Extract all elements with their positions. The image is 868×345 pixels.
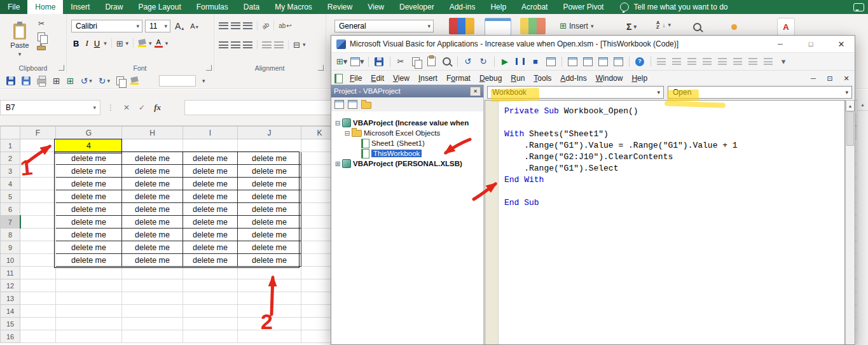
tell-me[interactable]: Tell me what you want to do	[620, 0, 727, 14]
cell-J2[interactable]: delete me	[238, 152, 301, 165]
insert-function-button[interactable]: fx	[154, 102, 161, 113]
table-button[interactable]: ⊞	[53, 76, 60, 86]
column-header-H[interactable]: H	[122, 127, 183, 139]
cell-I15[interactable]	[183, 318, 238, 330]
cell-F9[interactable]	[20, 241, 56, 254]
vba-menu-edit[interactable]: Edit	[366, 72, 389, 85]
chevron-down-icon[interactable]: ▾	[149, 40, 152, 46]
autosum-button[interactable]: Σ ▾	[626, 22, 637, 32]
row-header-2[interactable]: 2	[1, 152, 20, 165]
row-header-15[interactable]: 15	[1, 318, 20, 330]
vba-menu-help[interactable]: Help	[627, 72, 652, 85]
cell-G13[interactable]	[56, 292, 122, 305]
cell-G14[interactable]	[56, 305, 122, 318]
close-icon[interactable]: ✕	[470, 87, 481, 96]
cell-H15[interactable]	[122, 318, 183, 330]
tab-home[interactable]: Home	[27, 0, 63, 14]
cell-F5[interactable]	[20, 190, 56, 203]
cell-H2[interactable]: delete me	[122, 152, 183, 165]
design-mode-button[interactable]	[544, 55, 558, 68]
sort-filter-button[interactable]: AZ ↓ ▾	[656, 20, 671, 29]
cell-F4[interactable]	[20, 178, 56, 190]
align-center-button[interactable]	[231, 41, 240, 48]
tab-review[interactable]: Review	[320, 0, 360, 14]
paste-values-button[interactable]	[116, 76, 124, 85]
code-vertical-scrollbar[interactable]: ▲	[845, 100, 855, 344]
tab-file[interactable]: File	[0, 0, 27, 14]
cell-J7[interactable]: delete me	[238, 216, 301, 229]
cell-I14[interactable]	[183, 305, 238, 318]
help-button[interactable]: ?	[633, 55, 647, 68]
chevron-down-icon[interactable]: ▾	[104, 40, 107, 46]
cell-G1[interactable]: 4	[56, 139, 122, 152]
procedure-dropdown[interactable]: Open ▾	[668, 86, 852, 99]
tab-draw[interactable]: Draw	[97, 0, 130, 14]
cell-G15[interactable]	[56, 318, 122, 330]
row-header-1[interactable]: 1	[1, 139, 20, 152]
cell-F16[interactable]	[20, 330, 56, 343]
italic-button[interactable]: I	[83, 38, 90, 48]
cell-H5[interactable]: delete me	[122, 190, 183, 203]
column-header-J[interactable]: J	[238, 127, 301, 139]
cell-J1[interactable]	[238, 139, 301, 152]
acrobat-icon[interactable]: A	[777, 18, 795, 36]
copy-icon[interactable]	[38, 32, 45, 41]
cell-G2[interactable]: delete me	[56, 152, 122, 165]
borders-button[interactable]: ⊞	[116, 39, 123, 48]
select-all-corner[interactable]	[1, 127, 20, 139]
save-as-button[interactable]	[22, 76, 31, 85]
cell-H14[interactable]	[122, 305, 183, 318]
mdi-close-button[interactable]: ✕	[838, 71, 855, 85]
cell-G10[interactable]: delete me	[56, 254, 122, 267]
mdi-minimize-button[interactable]: ─	[805, 71, 822, 85]
vba-menu-file[interactable]: File	[345, 72, 366, 85]
cell-H4[interactable]: delete me	[122, 178, 183, 190]
cell-G4[interactable]: delete me	[56, 178, 122, 190]
redo-button[interactable]: ↻	[477, 55, 490, 68]
column-header-G[interactable]: G	[56, 127, 122, 139]
cell-F7[interactable]	[20, 216, 56, 229]
cell-I16[interactable]	[183, 330, 238, 343]
excel-vertical-scrollbar[interactable]: ▲	[857, 99, 868, 345]
column-header-I[interactable]: I	[183, 127, 238, 139]
cell-G9[interactable]: delete me	[56, 241, 122, 254]
cell-J6[interactable]: delete me	[238, 203, 301, 216]
view-object-button[interactable]	[348, 100, 357, 109]
find-button[interactable]	[440, 55, 453, 68]
align-left-button[interactable]	[219, 41, 228, 48]
align-middle-button[interactable]	[231, 22, 240, 29]
alignment-dialog-launcher-icon[interactable]	[318, 65, 324, 71]
mdi-restore-button[interactable]: ⊡	[822, 71, 838, 85]
cancel-button[interactable]: ✕	[123, 103, 130, 112]
toggle-folders-button[interactable]	[361, 102, 371, 109]
cell-I5[interactable]: delete me	[183, 190, 238, 203]
cut-icon[interactable]: ✂	[38, 19, 45, 28]
decrease-indent-button[interactable]	[262, 41, 272, 48]
cell-J10[interactable]: delete me	[238, 254, 301, 267]
edit-toolbar-button-8[interactable]	[762, 55, 775, 68]
cell-F2[interactable]	[20, 152, 56, 165]
row-header-7[interactable]: 7	[1, 216, 20, 229]
cell-J15[interactable]	[238, 318, 301, 330]
save-button[interactable]	[373, 55, 386, 68]
cell-F1[interactable]	[20, 139, 56, 152]
toolbar-options-button[interactable]: ▾	[777, 55, 790, 68]
scrollbar-thumb[interactable]	[846, 111, 854, 146]
qat-box[interactable]	[159, 75, 196, 87]
highlight-color-button[interactable]	[130, 77, 139, 85]
quick-print-button[interactable]	[37, 76, 46, 85]
cell-H16[interactable]	[122, 330, 183, 343]
cell-I2[interactable]: delete me	[183, 152, 238, 165]
cell-J13[interactable]	[238, 292, 301, 305]
cell-I1[interactable]	[183, 139, 238, 152]
tab-formulas[interactable]: Formulas	[189, 0, 236, 14]
project-panel-header[interactable]: Project - VBAProject ✕	[331, 85, 483, 97]
cell-J16[interactable]	[238, 330, 301, 343]
cell-I11[interactable]	[183, 267, 238, 279]
font-name-combo[interactable]: Calibri ▾	[71, 20, 142, 32]
font-size-combo[interactable]: 11 ▾	[145, 20, 170, 32]
format-painter-icon[interactable]	[37, 46, 46, 50]
close-button[interactable]: ✕	[828, 36, 855, 52]
clipboard-dialog-launcher-icon[interactable]	[59, 65, 64, 71]
vba-menu-debug[interactable]: Debug	[475, 72, 506, 85]
